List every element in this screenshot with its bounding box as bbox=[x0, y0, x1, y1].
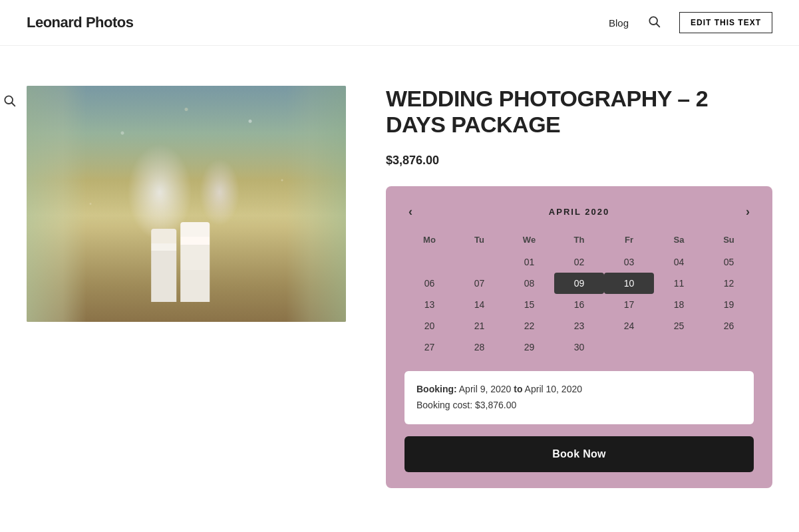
header: Leonard Photos Blog EDIT THIS TEXT bbox=[0, 0, 799, 46]
calendar-day-10[interactable]: 10 bbox=[604, 273, 654, 294]
day-header-mo: Mo bbox=[404, 232, 454, 251]
calendar-day-09[interactable]: 09 bbox=[554, 273, 604, 294]
calendar-next-button[interactable]: › bbox=[742, 205, 754, 219]
calendar-day-04[interactable]: 04 bbox=[654, 251, 704, 273]
bride-figure bbox=[180, 222, 210, 302]
calendar-day-15[interactable]: 15 bbox=[504, 294, 554, 315]
calendar-day-23[interactable]: 23 bbox=[554, 315, 604, 336]
calendar-week-row: 20212223242526 bbox=[404, 315, 754, 336]
calendar-day-12[interactable]: 12 bbox=[704, 273, 754, 294]
product-title: WEDDING PHOTOGRAPHY – 2 DAYS PACKAGE bbox=[386, 86, 772, 138]
calendar-day-25[interactable]: 25 bbox=[654, 315, 704, 336]
edit-text-button[interactable]: EDIT THIS TEXT bbox=[679, 12, 772, 33]
calendar-empty-cell bbox=[454, 251, 504, 273]
calendar-week-row: 06070809101112 bbox=[404, 273, 754, 294]
calendar-prev-button[interactable]: ‹ bbox=[404, 205, 416, 219]
calendar-week-row: 13141516171819 bbox=[404, 294, 754, 315]
calendar-widget: ‹ APRIL 2020 › Mo Tu We Th Fr Sa Su bbox=[386, 186, 772, 488]
product-image bbox=[27, 86, 346, 322]
calendar-week-row: 27282930 bbox=[404, 336, 754, 358]
calendar-day-20[interactable]: 20 bbox=[404, 315, 454, 336]
nav-blog-link[interactable]: Blog bbox=[609, 17, 629, 29]
calendar-day-03[interactable]: 03 bbox=[604, 251, 654, 273]
calendar-day-19[interactable]: 19 bbox=[704, 294, 754, 315]
svg-line-3 bbox=[12, 103, 15, 106]
calendar-day-26[interactable]: 26 bbox=[704, 315, 754, 336]
calendar-day-29[interactable]: 29 bbox=[504, 336, 554, 358]
search-icon[interactable] bbox=[647, 15, 661, 31]
calendar-day-01[interactable]: 01 bbox=[504, 251, 554, 273]
calendar-empty-cell bbox=[654, 336, 704, 358]
calendar-day-16[interactable]: 16 bbox=[554, 294, 604, 315]
calendar-week-row: 0102030405 bbox=[404, 251, 754, 273]
calendar-day-11[interactable]: 11 bbox=[654, 273, 704, 294]
calendar-empty-cell bbox=[704, 336, 754, 358]
main-content: WEDDING PHOTOGRAPHY – 2 DAYS PACKAGE $3,… bbox=[0, 46, 799, 515]
calendar-days-row: Mo Tu We Th Fr Sa Su bbox=[404, 232, 754, 251]
calendar-day-18[interactable]: 18 bbox=[654, 294, 704, 315]
calendar-day-06[interactable]: 06 bbox=[404, 273, 454, 294]
calendar-day-07[interactable]: 07 bbox=[454, 273, 504, 294]
product-price: $3,876.00 bbox=[386, 154, 772, 168]
calendar-day-14[interactable]: 14 bbox=[454, 294, 504, 315]
calendar-empty-cell bbox=[604, 336, 654, 358]
day-header-tu: Tu bbox=[454, 232, 504, 251]
day-header-fr: Fr bbox=[604, 232, 654, 251]
calendar-day-05[interactable]: 05 bbox=[704, 251, 754, 273]
booking-info: Booking: April 9, 2020 to April 10, 2020… bbox=[404, 371, 754, 424]
zoom-icon[interactable] bbox=[3, 94, 16, 110]
day-header-th: Th bbox=[554, 232, 604, 251]
calendar-day-08[interactable]: 08 bbox=[504, 273, 554, 294]
booking-dates-line: Booking: April 9, 2020 to April 10, 2020 bbox=[416, 382, 742, 398]
product-section: WEDDING PHOTOGRAPHY – 2 DAYS PACKAGE $3,… bbox=[386, 86, 772, 488]
calendar-month-title: APRIL 2020 bbox=[549, 207, 609, 217]
calendar-day-22[interactable]: 22 bbox=[504, 315, 554, 336]
day-header-sa: Sa bbox=[654, 232, 704, 251]
calendar-day-27[interactable]: 27 bbox=[404, 336, 454, 358]
calendar-day-28[interactable]: 28 bbox=[454, 336, 504, 358]
header-right: Blog EDIT THIS TEXT bbox=[609, 12, 772, 33]
calendar-day-30[interactable]: 30 bbox=[554, 336, 604, 358]
calendar-empty-cell bbox=[404, 251, 454, 273]
groom-figure bbox=[151, 229, 176, 302]
svg-line-1 bbox=[657, 23, 660, 27]
booking-cost: Booking cost: $3,876.00 bbox=[416, 398, 742, 414]
book-now-button[interactable]: Book Now bbox=[404, 436, 754, 472]
calendar-day-24[interactable]: 24 bbox=[604, 315, 654, 336]
site-logo: Leonard Photos bbox=[27, 14, 133, 31]
calendar-day-17[interactable]: 17 bbox=[604, 294, 654, 315]
calendar-day-21[interactable]: 21 bbox=[454, 315, 504, 336]
image-section bbox=[27, 86, 346, 322]
calendar-header: ‹ APRIL 2020 › bbox=[404, 205, 754, 219]
calendar-day-13[interactable]: 13 bbox=[404, 294, 454, 315]
calendar-day-02[interactable]: 02 bbox=[554, 251, 604, 273]
day-header-we: We bbox=[504, 232, 554, 251]
day-header-su: Su bbox=[704, 232, 754, 251]
calendar-grid: Mo Tu We Th Fr Sa Su 0102030405060708091… bbox=[404, 232, 754, 358]
